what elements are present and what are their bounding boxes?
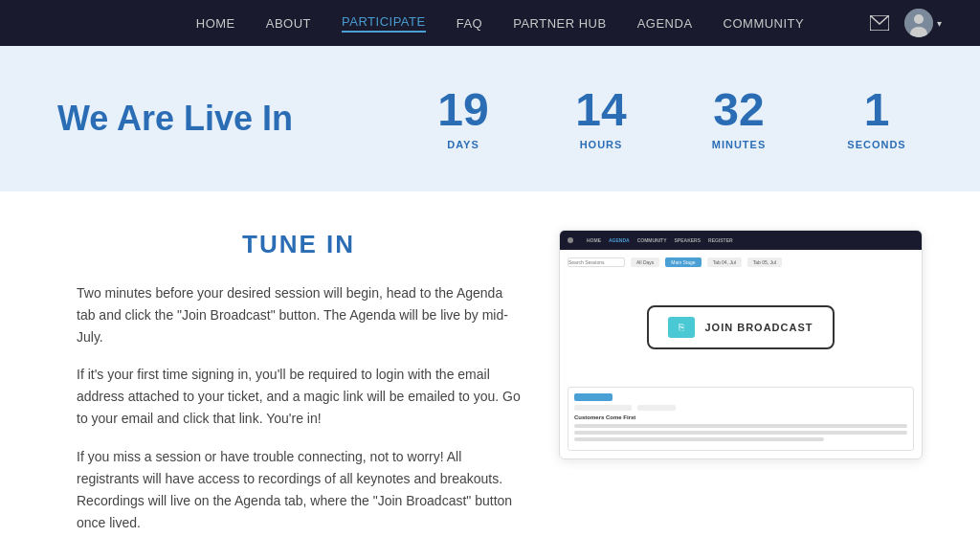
nav-links: HOME ABOUT PARTICIPATE FAQ PARTNER HUB A…: [134, 14, 866, 33]
nav-faq[interactable]: FAQ: [457, 16, 483, 31]
countdown-minutes: 32 MINUTES: [701, 87, 777, 150]
live-in-heading: We Are Live In: [57, 99, 364, 139]
screenshot-block-2: [637, 405, 676, 411]
nav-right-actions: ▾: [866, 9, 942, 37]
screenshot-session-bar: [574, 393, 612, 401]
screenshot-image: HOME AGENDA COMMUNITY SPEAKERS REGISTER …: [559, 230, 923, 459]
paragraph-3: If you miss a session or have trouble co…: [77, 446, 521, 534]
countdown-banner: We Are Live In 19 DAYS 14 HOURS 32 MINUT…: [0, 46, 980, 191]
avatar: [904, 9, 933, 37]
nav-community[interactable]: COMMUNITY: [724, 16, 805, 31]
screenshot-join-button: ⎘ JOIN BROADCAST: [647, 305, 834, 349]
screenshot-text-line-2: [574, 431, 907, 435]
seconds-label: SECONDS: [847, 139, 905, 150]
hours-label: HOURS: [580, 139, 623, 150]
countdown-hours: 14 HOURS: [563, 87, 639, 150]
screenshot-text-line-3: [574, 437, 824, 441]
minutes-value: 32: [713, 87, 764, 133]
main-content: TUNE IN Two minutes before your desired …: [0, 191, 980, 559]
nav-home[interactable]: HOME: [196, 16, 235, 31]
nav-participate[interactable]: PARTICIPATE: [342, 14, 426, 33]
screenshot-session-title: Customers Come First: [574, 414, 907, 420]
screenshot-text-line-1: [574, 424, 907, 428]
paragraph-2: If it's your first time signing in, you'…: [77, 364, 521, 430]
user-avatar-button[interactable]: ▾: [904, 9, 942, 37]
svg-point-2: [914, 14, 924, 24]
email-icon[interactable]: [866, 10, 893, 36]
right-section: HOME AGENDA COMMUNITY SPEAKERS REGISTER …: [559, 230, 923, 459]
screenshot-join-label: JOIN BROADCAST: [704, 322, 813, 333]
minutes-label: MINUTES: [712, 139, 767, 150]
nav-agenda[interactable]: AGENDA: [637, 16, 693, 31]
screenshot-tv-icon: ⎘: [668, 317, 695, 338]
nav-partner-hub[interactable]: PARTNER HUB: [513, 16, 606, 31]
screenshot-session-info: Customers Come First: [568, 387, 914, 451]
screenshot-tab-2: Main Stage: [665, 257, 701, 267]
screenshot-tab-1: All Days: [631, 257, 659, 267]
hours-value: 14: [575, 87, 626, 133]
days-label: DAYS: [447, 139, 479, 150]
screenshot-content: All Days Main Stage Tab 04, Jul Tab 05, …: [560, 250, 922, 458]
screenshot-tab-3: Tab 04, Jul: [707, 257, 742, 267]
chevron-down-icon: ▾: [937, 18, 942, 29]
days-value: 19: [437, 87, 488, 133]
screenshot-block-1: [574, 405, 632, 411]
tune-in-title: TUNE IN: [77, 230, 521, 259]
seconds-value: 1: [864, 87, 890, 133]
screenshot-tab-4: Tab 05, Jul: [747, 257, 782, 267]
nav-about[interactable]: ABOUT: [266, 16, 311, 31]
navigation: HOME ABOUT PARTICIPATE FAQ PARTNER HUB A…: [0, 0, 980, 46]
screenshot-topbar: HOME AGENDA COMMUNITY SPEAKERS REGISTER: [560, 231, 922, 250]
countdown-days: 19 DAYS: [425, 87, 501, 150]
left-section: TUNE IN Two minutes before your desired …: [77, 230, 521, 549]
screenshot-filter-bar: All Days Main Stage Tab 04, Jul Tab 05, …: [568, 257, 914, 267]
countdown-seconds: 1 SECONDS: [838, 87, 915, 150]
screenshot-search: [568, 257, 625, 267]
screenshot-join-area: ⎘ JOIN BROADCAST: [568, 275, 914, 379]
paragraph-1: Two minutes before your desired session …: [77, 282, 521, 348]
